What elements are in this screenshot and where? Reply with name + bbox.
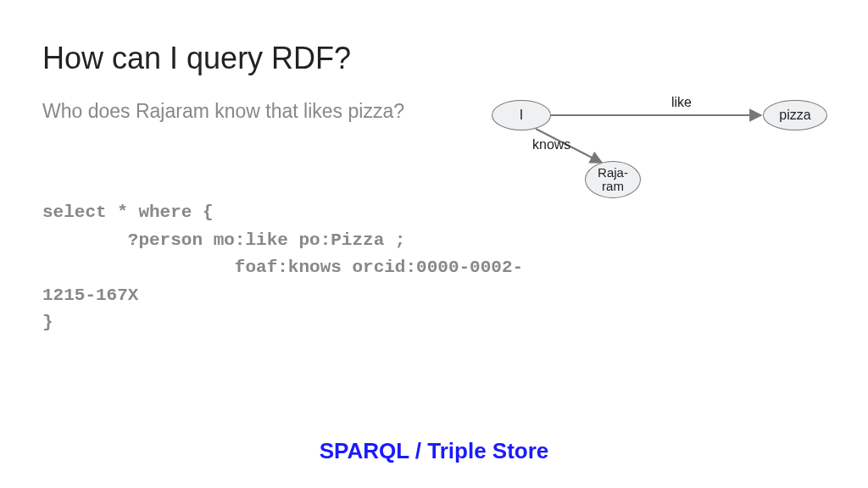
rdf-graph: I pizza Raja- ram like knows [483, 93, 839, 229]
slide-footer: SPARQL / Triple Store [0, 438, 868, 464]
slide-title: How can I query RDF? [42, 41, 826, 76]
node-pizza: pizza [763, 100, 827, 130]
edge-label-like: like [671, 95, 692, 110]
node-rajaram: Raja- ram [585, 161, 641, 198]
slide: How can I query RDF? Who does Rajaram kn… [0, 0, 868, 488]
edge-label-knows: knows [532, 137, 570, 152]
node-i: I [492, 100, 551, 130]
